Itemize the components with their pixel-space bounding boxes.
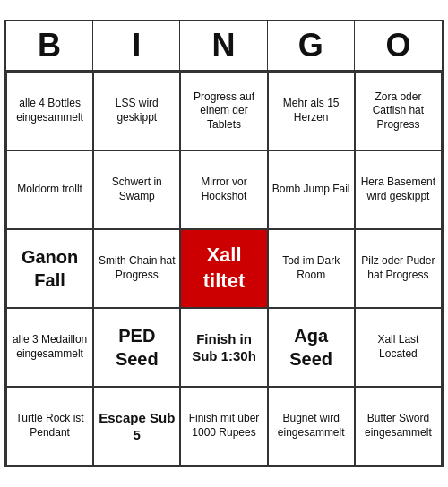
bingo-cell-21[interactable]: Escape Sub 5 bbox=[93, 387, 180, 466]
bingo-cell-1[interactable]: LSS wird geskippt bbox=[93, 72, 180, 150]
bingo-cell-7[interactable]: Mirror vor Hookshot bbox=[180, 150, 267, 229]
bingo-header: B I N G O bbox=[6, 21, 442, 72]
bingo-cell-24[interactable]: Butter Sword eingesammelt bbox=[355, 387, 442, 466]
bingo-cell-4[interactable]: Zora oder Catfish hat Progress bbox=[355, 72, 442, 150]
bingo-cell-15[interactable]: alle 3 Medaillon eingesammelt bbox=[6, 308, 93, 387]
bingo-cell-23[interactable]: Bugnet wird eingesammelt bbox=[268, 387, 355, 466]
bingo-cell-19[interactable]: Xall Last Located bbox=[355, 308, 442, 387]
header-n: N bbox=[180, 21, 267, 70]
bingo-cell-13[interactable]: Tod im Dark Room bbox=[268, 229, 355, 308]
bingo-cell-11[interactable]: Smith Chain hat Progress bbox=[93, 229, 180, 308]
bingo-cell-14[interactable]: Pilz oder Puder hat Progress bbox=[355, 229, 442, 308]
bingo-cell-16[interactable]: PED Seed bbox=[93, 308, 180, 387]
bingo-cell-10[interactable]: Ganon Fall bbox=[6, 229, 93, 308]
bingo-cell-8[interactable]: Bomb Jump Fail bbox=[268, 150, 355, 229]
bingo-cell-3[interactable]: Mehr als 15 Herzen bbox=[268, 72, 355, 150]
header-i: I bbox=[93, 21, 180, 70]
bingo-cell-0[interactable]: alle 4 Bottles eingesammelt bbox=[6, 72, 93, 150]
header-o: O bbox=[355, 21, 442, 70]
bingo-cell-17[interactable]: Finish in Sub 1:30h bbox=[180, 308, 267, 387]
bingo-cell-2[interactable]: Progress auf einem der Tablets bbox=[180, 72, 267, 150]
header-b: B bbox=[6, 21, 93, 70]
bingo-cell-5[interactable]: Moldorm trollt bbox=[6, 150, 93, 229]
bingo-cell-12[interactable]: Xall tiltet bbox=[180, 229, 267, 308]
bingo-grid: alle 4 Bottles eingesammeltLSS wird gesk… bbox=[6, 72, 442, 466]
bingo-card: B I N G O alle 4 Bottles eingesammeltLSS… bbox=[4, 20, 444, 467]
bingo-cell-20[interactable]: Turtle Rock ist Pendant bbox=[6, 387, 93, 466]
header-g: G bbox=[268, 21, 355, 70]
bingo-cell-9[interactable]: Hera Basement wird geskippt bbox=[355, 150, 442, 229]
bingo-cell-6[interactable]: Schwert in Swamp bbox=[93, 150, 180, 229]
bingo-cell-22[interactable]: Finish mit über 1000 Rupees bbox=[180, 387, 267, 466]
bingo-cell-18[interactable]: Aga Seed bbox=[268, 308, 355, 387]
